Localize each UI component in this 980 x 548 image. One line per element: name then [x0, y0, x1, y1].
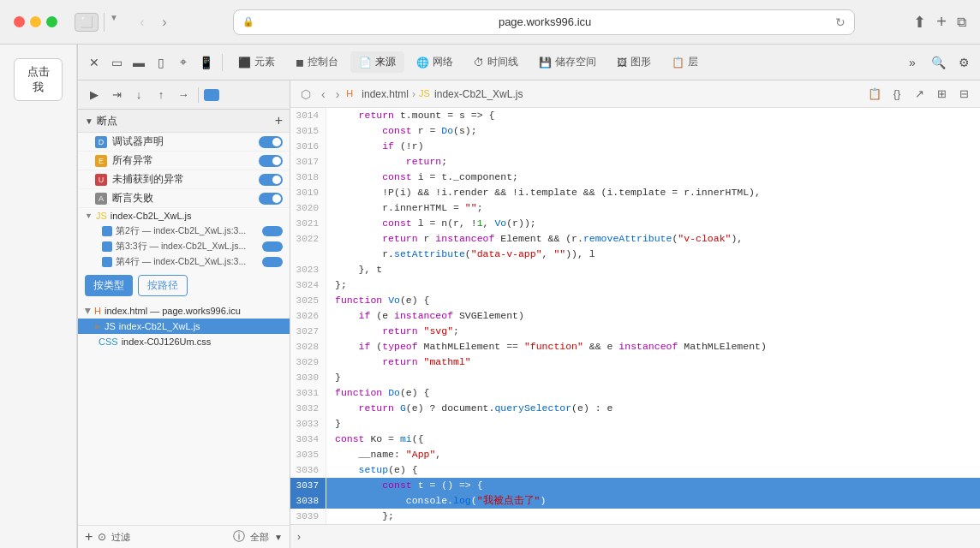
tree-item-js[interactable]: ▶ JS index-Cb2L_XwL.js: [78, 319, 290, 334]
code-line-3028: 3028 if (typeof MathMLElement == "functi…: [290, 339, 980, 354]
uncaught-toggle[interactable]: [259, 174, 283, 186]
assert-icon: A: [95, 193, 107, 205]
sub-breakpoint-3[interactable]: 第4行 — index-Cb2L_XwL.js:3...: [78, 254, 290, 270]
console-expand-icon[interactable]: ›: [297, 531, 301, 543]
sub-bp-icon-1: [102, 226, 112, 236]
breakpoint-uncaught[interactable]: U 未捕获到的异常: [78, 170, 290, 189]
click-me-button[interactable]: 点击我: [14, 58, 63, 101]
timeline-icon: ⏱: [474, 57, 484, 68]
breadcrumb-html[interactable]: H index.html: [346, 88, 409, 100]
all-label: 全部: [250, 531, 269, 544]
sub-breakpoint-2[interactable]: 第3:3行 — index-Cb2L_XwL.js...: [78, 239, 290, 254]
go-forward-icon[interactable]: ›: [332, 86, 344, 103]
code-line-3017: 3017 return;: [290, 154, 980, 170]
close-devtools-icon[interactable]: ✕: [85, 53, 104, 72]
dock-icon[interactable]: ▭: [107, 53, 126, 72]
prettify-icon[interactable]: {}: [887, 85, 906, 104]
breakpoints-toggle[interactable]: [204, 89, 219, 101]
debugger-toolbar: ▶ ⇥ ↓ ↑ →: [78, 80, 290, 110]
step-icon[interactable]: →: [174, 86, 193, 104]
url-bar[interactable]: 🔒 page.works996.icu ↻: [233, 9, 855, 35]
tab-storage[interactable]: 💾 储存空间: [530, 51, 605, 73]
step-into-icon[interactable]: ↓: [129, 86, 148, 104]
path-button[interactable]: 按路径: [138, 275, 188, 296]
code-line-3019: 3019 !P(i) && !i.render && !i.template &…: [290, 185, 980, 200]
sidebar-toggle[interactable]: ⬜: [75, 13, 99, 32]
back-button[interactable]: ‹: [132, 13, 152, 32]
debugger-bp-toggle[interactable]: [259, 136, 283, 148]
all-exceptions-icon: E: [95, 155, 107, 167]
js-tree-icon: JS: [105, 321, 116, 331]
debugger-bp-icon: D: [95, 136, 107, 148]
code-line-3035: 3035 __name: "App",: [290, 447, 980, 462]
assert-toggle[interactable]: [259, 193, 283, 205]
all-exceptions-toggle[interactable]: [259, 155, 283, 167]
windows-icon[interactable]: ⧉: [957, 15, 966, 30]
tab-layers[interactable]: 📋 层: [663, 51, 707, 73]
sub-bp-toggle-2[interactable]: [262, 241, 283, 252]
maximize-button[interactable]: [46, 16, 57, 27]
code-line-3026: 3026 if (e instanceof SVGElement): [290, 308, 980, 324]
sub-bp-toggle-1[interactable]: [262, 226, 283, 236]
add-icon[interactable]: +: [85, 529, 93, 545]
tree-root-label: index.html — page.works996.icu: [105, 306, 283, 316]
tab-network[interactable]: 🌐 网络: [408, 51, 462, 73]
dropdown-icon[interactable]: ▼: [274, 533, 283, 542]
filter-icon: ⊙: [98, 531, 106, 543]
code-line-3033: 3033 }: [290, 416, 980, 432]
tab-console[interactable]: ◼ 控制台: [287, 51, 347, 73]
code-line-3015: 3015 const r = Do(s);: [290, 123, 980, 139]
add-breakpoint-icon[interactable]: +: [275, 113, 283, 128]
elements-icon: ⬛: [238, 57, 251, 68]
inspect-icon[interactable]: ⌖: [174, 53, 193, 72]
dock-right-icon[interactable]: ▯: [152, 53, 170, 72]
code-line-3037: 3037 const t = () => {: [290, 478, 980, 493]
lock-icon: 🔒: [242, 16, 254, 27]
panel-back-icon[interactable]: ⬡: [297, 86, 314, 103]
tab-elements[interactable]: ⬛ 元素: [230, 51, 284, 73]
close-button[interactable]: [14, 16, 25, 27]
js-file-icon: JS: [96, 211, 107, 221]
code-line-3022b: r.setAttribute("data-v-app", "")), l: [290, 247, 980, 262]
collapse-panel-icon[interactable]: ⊞: [932, 85, 951, 104]
tree-item-css[interactable]: CSS index-C0J126Um.css: [78, 334, 290, 349]
source-file-header[interactable]: ▼ JS index-Cb2L_XwL.js: [78, 208, 290, 223]
code-editor[interactable]: 3014 return t.mount = s => { 3015 const …: [290, 108, 980, 524]
new-tab-icon[interactable]: +: [936, 12, 947, 32]
sub-bp-toggle-3[interactable]: [262, 257, 283, 267]
device-icon[interactable]: 📱: [196, 53, 215, 72]
go-back-icon[interactable]: ‹: [318, 86, 329, 103]
sub-breakpoint-1[interactable]: 第2行 — index-Cb2L_XwL.js:3...: [78, 223, 290, 239]
code-line-3038: 3038 console.log("我被点击了"): [290, 493, 980, 509]
tab-sources[interactable]: 📄 来源: [350, 51, 404, 73]
format-icon[interactable]: 📋: [865, 85, 884, 104]
breakpoint-all-exceptions[interactable]: E 所有异常: [78, 152, 290, 170]
breadcrumb-js[interactable]: JS index-Cb2L_XwL.js: [419, 88, 523, 100]
resume-icon[interactable]: ▶: [85, 86, 104, 104]
forward-button[interactable]: ›: [154, 13, 175, 32]
share-icon[interactable]: ⬆: [913, 13, 926, 32]
tab-timeline[interactable]: ⏱ 时间线: [465, 51, 527, 73]
expand-panel-icon[interactable]: ⊟: [954, 85, 973, 104]
breakpoints-section-header[interactable]: ▼ 断点 +: [78, 110, 290, 133]
tab-graphics[interactable]: 🖼 图形: [608, 51, 660, 73]
type-button[interactable]: 按类型: [85, 275, 133, 296]
new-tab-code-icon[interactable]: ↗: [910, 85, 929, 104]
assert-label: 断言失败: [112, 192, 254, 205]
code-line-3032: 3032 return G(e) ? document.querySelecto…: [290, 401, 980, 416]
graphics-icon: 🖼: [617, 57, 627, 68]
code-line-3030: 3030 }: [290, 370, 980, 385]
refresh-icon[interactable]: ↻: [835, 15, 846, 29]
devtools-toolbar: ✕ ▭ ▬ ▯ ⌖ 📱 ⬛ 元素 ◼ 控制台 📄 来源 🌐 网络: [78, 45, 980, 80]
debugger-bottom-bar: + ⊙ 过滤 ⓘ 全部 ▼: [78, 525, 290, 548]
minimize-button[interactable]: [30, 16, 41, 27]
settings-icon[interactable]: ⚙: [954, 53, 973, 72]
dock-bottom-icon[interactable]: ▬: [129, 53, 148, 72]
more-tabs-icon[interactable]: »: [903, 53, 922, 72]
tree-root[interactable]: ▶ H index.html — page.works996.icu: [78, 303, 290, 319]
step-out-icon[interactable]: ↑: [152, 86, 170, 104]
search-icon[interactable]: 🔍: [929, 53, 947, 72]
step-over-icon[interactable]: ⇥: [107, 86, 126, 104]
breakpoint-debugger[interactable]: D 调试器声明: [78, 133, 290, 152]
breakpoint-assert[interactable]: A 断言失败: [78, 189, 290, 208]
